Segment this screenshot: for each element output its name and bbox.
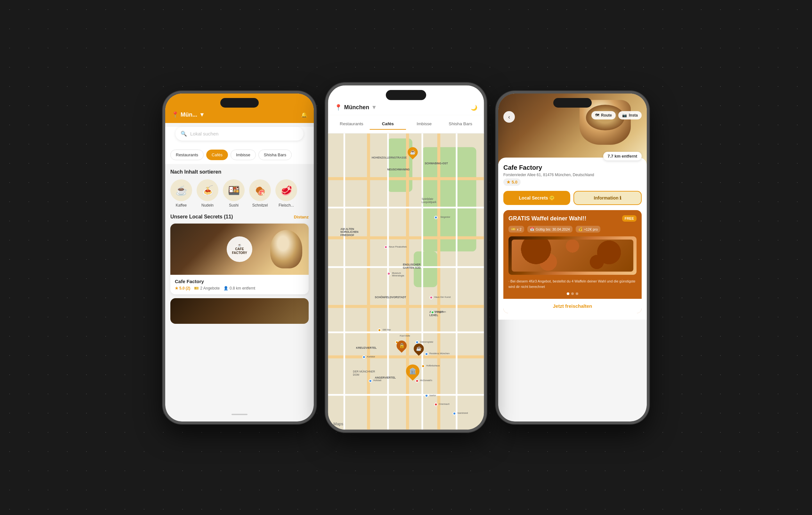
tab-restaurants[interactable]: Restaurants <box>170 149 204 160</box>
map-pin-top[interactable]: ☕ <box>408 147 418 158</box>
dot-hauskunst <box>429 296 433 299</box>
unlock-button[interactable]: Jetzt freischalten <box>503 299 642 313</box>
bell-icon[interactable]: 🔔 <box>301 112 308 118</box>
label-funfhofe: Fünf Höfe <box>400 335 410 337</box>
chevron-icon: ▼ <box>371 104 377 111</box>
route-button[interactable]: 🗺 Route <box>591 111 616 119</box>
tab-local-secrets[interactable]: Local Secrets 🤫 <box>503 191 570 205</box>
money-icon: 💰 <box>578 227 583 231</box>
rating-value: 5.0 <box>512 180 517 184</box>
label-pinakothek: Neue Pinakothek <box>389 245 407 248</box>
phone-3: ‹ 🗺 Route 📷 Insta 7.7 km entfernt Cafe F… <box>496 91 649 424</box>
food-circle-fleisch: 🥩 <box>276 179 297 201</box>
map-pin-mid-left[interactable]: 🔒 <box>397 340 407 351</box>
food-item-kaffee[interactable]: ☕ Kaffee <box>170 179 192 207</box>
pin-body: ☕ <box>405 145 420 160</box>
label-dom: DER MÜNCHNERDOM <box>353 370 375 376</box>
rating-count: (2) <box>186 286 191 290</box>
label-hofbrauhaus: Hofbräuhaus <box>426 364 440 366</box>
search-bar[interactable]: 🔍 Lokal suchen <box>175 127 303 141</box>
food-circle-schnitzel: 🍖 <box>249 179 271 201</box>
offer-validity: Gültig bis: 30.04.2024 <box>536 227 570 231</box>
food-item-fleisch[interactable]: 🥩 Fleisch... <box>276 179 297 207</box>
distanz-button[interactable]: Distanz <box>294 214 309 219</box>
search-icon: 🔍 <box>181 131 187 137</box>
dot-pinakothek <box>384 245 388 249</box>
calendar-icon: 📅 <box>530 227 534 231</box>
phone-1: 📍 Mün... ▼ 🔔 🔍 Lokal suchen Restaurants … <box>163 91 316 424</box>
tab-shisha[interactable]: Shisha Bars <box>258 149 292 160</box>
label-schwabing: SCHWABING-OST <box>425 162 447 165</box>
distance-badge: 7.7 km entfernt <box>603 152 642 161</box>
food-circle-sushi: 🍱 <box>223 179 244 201</box>
offer-description: · Bei diesem 4für3 Angebot, bestellst du… <box>509 279 637 289</box>
label-neuschwaning: NEUSCHWANING <box>387 168 410 171</box>
food-item-nudeln[interactable]: 🍝 Nudeln <box>197 179 219 207</box>
tab-shisha[interactable]: Shisha Bars <box>442 118 478 130</box>
label-residenz: Residenz München <box>429 352 450 354</box>
back-icon: ‹ <box>508 114 510 120</box>
dot-3 <box>576 292 578 295</box>
offer-meta-count: 🎫 x 2 <box>509 226 524 232</box>
local-secrets-title: Unsere Local Secrets (11) <box>170 214 233 220</box>
dot-siegestor <box>434 216 438 219</box>
label-schoenfeld: SCHÖNFELDVORSTADT <box>375 296 406 299</box>
insta-button[interactable]: 📷 Insta <box>618 111 642 119</box>
card-distance: 👤 0.8 km entfernt <box>224 286 255 290</box>
label-cinemax: CinemaxX <box>439 403 450 405</box>
second-card-preview[interactable] <box>170 298 309 324</box>
map-view[interactable]: HOHENZOLLERNSTRASSE NEUSCHWANING SCHWABI… <box>328 132 484 429</box>
food-label-kaffee: Kaffee <box>176 203 187 207</box>
dot-hofbrauhaus <box>422 364 425 368</box>
food-item-schnitzel[interactable]: 🍖 Schnitzel <box>249 179 271 207</box>
card-image: ☕CAFEFACTORY <box>170 224 309 275</box>
dot-residenz <box>425 352 428 356</box>
pin-inner: 🏛️ <box>409 367 416 375</box>
distance-text: 0.8 km entfernt <box>230 286 255 290</box>
label-kreuz: KREUZVIERTEL <box>356 346 377 349</box>
location-text: Mün... <box>181 111 197 118</box>
map-pin-mid-right[interactable]: ☕ <box>414 343 424 353</box>
card-info: Cafe Factory ★ 5.0 (2) 🎫 2 Angebote 👤 <box>170 275 309 294</box>
card-coffee-decoration <box>270 230 302 268</box>
phone1-tabs: Restaurants Cafés Imbisse Shisha Bars <box>165 147 314 164</box>
dot-mcdonalds <box>415 379 419 383</box>
label-siegestor: Siegestor <box>440 216 450 218</box>
dot-hofstatt <box>369 379 372 383</box>
label-isarstrand: Isarstrand <box>458 412 468 414</box>
label-odeonsplatz: Odeonsplatz <box>420 340 433 343</box>
rating-value: 5.0 <box>179 286 185 290</box>
offer-image: ☕CAFEFACTORY <box>509 236 637 275</box>
label-089bar: 089 Bar <box>383 328 391 331</box>
food-item-sushi[interactable]: 🍱 Sushi <box>223 179 244 207</box>
dot-cinemax <box>434 403 438 406</box>
route-icon: 🗺 <box>595 113 599 118</box>
phone2-location: 📍 München ▼ <box>335 104 377 111</box>
cafe-factory-card[interactable]: ☕CAFEFACTORY Cafe Factory ★ 5.0 (2) 🎫 <box>170 224 309 294</box>
phone1-content: Nach Inhalt sortieren ☕ Kaffee 🍝 Nudeln … <box>165 164 314 329</box>
information-label: Information ℹ <box>594 195 621 200</box>
search-placeholder: Lokal suchen <box>190 131 219 137</box>
cafe-address: Forstenrieder Allee 61, 81476 München, D… <box>503 173 642 177</box>
waffel-decoration <box>512 239 633 271</box>
pin-inner: ☕ <box>416 346 422 351</box>
tab-imbisse[interactable]: Imbisse <box>231 149 256 160</box>
label-museum: MuseumMineralogia <box>392 272 404 277</box>
dot-isartor <box>425 394 428 397</box>
road-v3 <box>422 132 423 429</box>
tab-restaurants[interactable]: Restaurants <box>333 118 370 130</box>
tab-cafes[interactable]: Cafés <box>206 149 228 160</box>
road-v4 <box>456 132 458 429</box>
dot-karlstor <box>362 355 366 359</box>
tab-imbisse[interactable]: Imbisse <box>406 118 442 130</box>
location-icon: 📍 <box>335 104 342 111</box>
tab-information[interactable]: Information ℹ <box>574 191 642 205</box>
detail-content: 7.7 km entfernt Cafe Factory Forstenried… <box>498 158 647 320</box>
tab-cafes[interactable]: Cafés <box>370 118 406 130</box>
road-vert1 <box>367 132 370 429</box>
offer-meta: 🎫 x 2 📅 Gültig bis: 30.04.2024 💰 ≈12€ pr… <box>509 226 637 232</box>
phone1-location: 📍 Mün... ▼ <box>172 111 205 118</box>
star-icon: ★ <box>175 286 178 290</box>
map-pin-bottom[interactable]: 🏛️ <box>406 364 419 378</box>
back-button[interactable]: ‹ <box>503 111 515 123</box>
